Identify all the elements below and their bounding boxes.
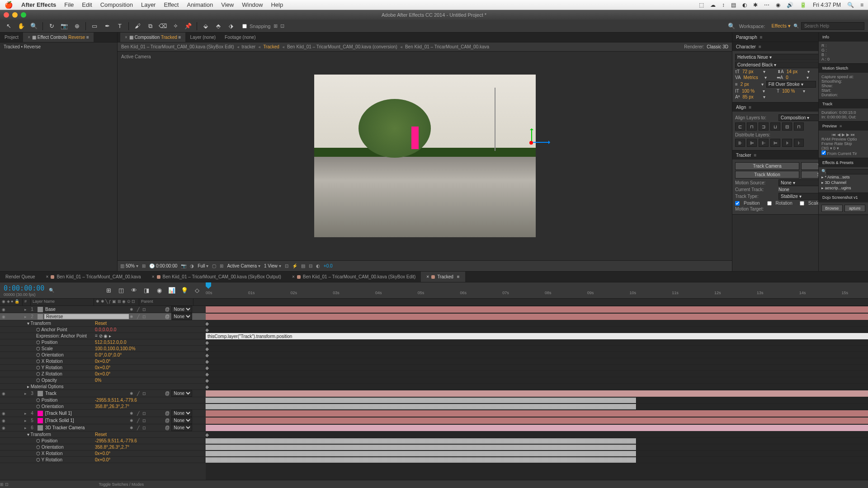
menu-animation[interactable]: Animation [187,1,213,8]
align-bottom-icon[interactable]: ⊓ [794,122,804,131]
text-tool-icon[interactable]: T [115,21,125,31]
zoom-tool-icon[interactable]: 🔍 [29,21,39,31]
distribute-icon[interactable]: ⊪ [735,139,745,147]
layer-color-swatch[interactable] [38,418,43,423]
property-name[interactable]: ⬡ Y Rotation [27,457,95,462]
panel-menu-icon[interactable]: ≡ [759,44,761,49]
property-value[interactable]: 0x+0.0° [95,451,110,456]
next-frame-icon[interactable]: ▶ [846,132,849,137]
twirl-icon[interactable]: ▸ [23,411,28,416]
composition-viewer[interactable]: Active Camera [118,52,732,260]
menu-edit[interactable]: Edit [82,1,92,8]
twirl-icon[interactable]: ▸ [23,425,28,431]
timeline-tracks[interactable]: thisComp.layer("Track").transform.positi… [206,306,868,480]
twirl-icon[interactable]: ▸ [23,418,28,423]
axis-world-icon[interactable]: ⬘ [213,21,223,31]
video-toggle-icon[interactable]: ◉ [1,391,6,396]
axis-local-icon[interactable]: ⬙ [201,21,211,31]
layer-name[interactable]: [Track Solid 1] [44,418,129,423]
frame-blend-icon[interactable]: ◨ [142,286,151,296]
3d-switch-icon[interactable]: ⊡ [142,418,147,423]
panel-menu-icon[interactable]: ≡ [85,35,89,40]
switch-icon[interactable]: ╱ [135,425,141,431]
timeline-tab[interactable]: ×Tracked ≡ [421,272,465,282]
transform-group[interactable]: ▾ Transform [27,321,95,326]
brush-tool-icon[interactable]: 🖌 [132,21,142,31]
workspace-dropdown[interactable]: Effects ▾ [772,23,791,29]
video-toggle-icon[interactable]: ◉ [1,425,6,431]
menu-window[interactable]: Window [242,1,263,8]
spotlight-icon[interactable]: 🔍 [847,2,854,8]
distribute-icon[interactable]: ⊩ [759,139,769,147]
panel-menu-icon[interactable]: ≡ [754,153,757,158]
camera-tool-icon[interactable]: 📷 [59,21,69,31]
video-toggle-icon[interactable]: ◉ [1,418,6,423]
camera-dropdown[interactable]: Active Camera ▾ [227,263,260,268]
pixel-aspect-icon[interactable]: ⊡ [285,263,288,268]
switch-icon[interactable]: ╱ [135,391,141,396]
shy-icon[interactable]: 👁 [129,286,139,296]
property-name[interactable]: ⬡ X Rotation [27,359,95,364]
browse-button[interactable]: Browse [821,205,843,212]
property-value[interactable]: 512.0,512.0,0.0 [95,340,127,345]
distribute-icon[interactable]: ⊧ [782,139,792,147]
toggle-switch-icon[interactable]: ⊞ ⊡ [0,482,9,487]
parent-dropdown[interactable]: None [171,417,192,424]
stroke-width-value[interactable]: 2 px [741,82,759,87]
property-name[interactable]: ⬡ Position [27,340,95,345]
3d-switch-icon[interactable]: ⊡ [142,307,147,312]
puppet-tool-icon[interactable]: 📌 [183,21,193,31]
material-options-group[interactable]: ▸ Material Options [27,384,95,389]
flowchart-icon[interactable]: ⊟ [309,263,312,268]
comp-mini-flowchart-icon[interactable]: ⊞ [104,286,113,296]
status-icon[interactable]: ⬚ [699,2,704,8]
volume-icon[interactable]: 🔊 [787,2,793,8]
apple-icon[interactable]: 🍎 [5,1,13,9]
property-name[interactable]: ⬡ Orientation [27,445,95,450]
tab-effect-controls[interactable]: × ▦ Effect Controls Reverse ≡ [23,33,94,42]
switch-icon[interactable]: ✱ [129,314,134,319]
panel-header-motion-sketch[interactable]: Motion Sketch [819,64,868,73]
twirl-icon[interactable]: ▸ [23,314,28,319]
property-value[interactable]: 358.8°,26.3°,2.7° [95,445,129,450]
flow-item[interactable]: Ben Kiid_01 – TricarMount_CAM_00.kava (c… [287,44,397,49]
layer-name[interactable]: Track [44,391,129,396]
solid-layer-overlay[interactable] [411,127,419,149]
baseline-value[interactable]: 85 px [742,94,760,99]
gizmo-z-axis-icon[interactable] [529,141,533,145]
selection-tool-icon[interactable]: ↖ [4,21,14,31]
panel-menu-icon[interactable]: ≡ [760,35,763,40]
preset-folder[interactable]: ▸ * Anima...sets [821,174,865,180]
resolution-dropdown[interactable]: Full ▾ [198,263,208,268]
status-icon[interactable]: ⋯ [764,2,769,8]
draft-3d-icon[interactable]: ◫ [116,286,126,296]
status-icon[interactable]: ◐ [742,2,747,8]
minimize-icon[interactable] [12,12,18,18]
search-icon[interactable]: 🔍 [49,288,54,293]
menu-file[interactable]: File [64,1,74,8]
track-motion-button[interactable]: Track Motion [735,171,799,178]
distribute-icon[interactable]: ⊦ [794,139,804,147]
property-name[interactable]: ⬡ X Rotation [27,451,95,456]
close-tab-icon[interactable]: × [292,274,295,279]
roto-tool-icon[interactable]: ✧ [170,21,180,31]
property-value[interactable]: 0x+0.0° [95,365,110,370]
axis-view-icon[interactable]: ⬗ [226,21,236,31]
menu-composition[interactable]: Composition [100,1,133,8]
gizmo-x-axis-icon[interactable] [531,142,549,143]
flow-item[interactable]: Tracked [263,44,279,49]
roi-icon[interactable]: ▢ [212,263,216,268]
property-name[interactable]: ⬡ Z Rotation [27,371,95,376]
property-name[interactable]: ⬡ Opacity [27,378,95,383]
property-name[interactable]: ⬡ Position [27,438,95,443]
distribute-icon[interactable]: ⊨ [770,139,780,147]
grid-icon[interactable]: ⊞ [220,263,223,268]
panel-header-track[interactable]: Track [819,99,868,108]
snapping-checkbox[interactable] [242,24,247,28]
parent-dropdown[interactable]: None [171,313,192,320]
align-top-icon[interactable]: ⊔ [770,122,780,131]
menu-view[interactable]: View [221,1,234,8]
position-checkbox[interactable] [735,201,740,206]
flow-item[interactable]: tracker [242,44,256,49]
pickwhip-icon[interactable]: @ [165,307,170,312]
